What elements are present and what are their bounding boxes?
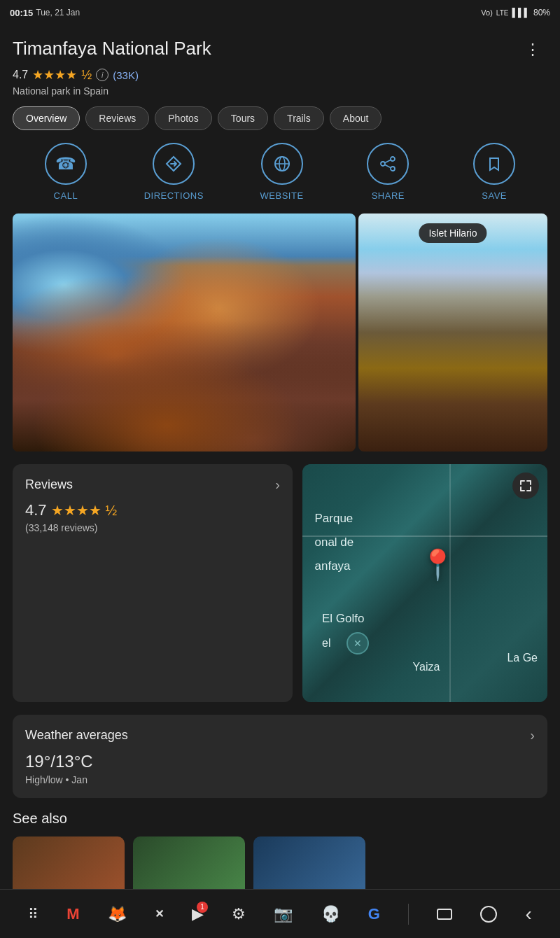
save-icon	[473, 143, 515, 185]
share-icon	[367, 143, 409, 185]
photo-gallery[interactable]: Islet Hilario	[13, 214, 547, 451]
svg-point-4	[391, 167, 395, 171]
photo-main-image	[13, 214, 356, 451]
photo-side[interactable]: Islet Hilario	[358, 214, 547, 451]
status-icons: Vo) LTE ▌▌▌ 80%	[481, 8, 550, 18]
rating-number: 4.7	[13, 69, 28, 81]
g-icon[interactable]: G	[368, 905, 380, 923]
lte-icon: LTE	[496, 9, 509, 17]
map-expand-button[interactable]	[512, 472, 539, 499]
status-time: 00:15	[10, 8, 33, 18]
weather-temp: 19°/13°C	[25, 752, 535, 771]
call-icon: ☎	[45, 143, 87, 185]
save-button[interactable]: SAVE	[466, 143, 522, 201]
actions-row: ☎ CALL DIRECTIONS WEBSITE	[13, 143, 547, 201]
apps-icon[interactable]: ⠿	[28, 906, 38, 923]
see-also-title: See also	[13, 811, 547, 827]
stars-icon: ★★★★	[32, 67, 77, 83]
home-icon[interactable]	[480, 906, 497, 923]
map-label-anfaya: anfaya	[315, 559, 351, 573]
recent-apps-icon[interactable]	[437, 909, 452, 920]
share-label: SHARE	[372, 190, 405, 201]
battery-icon: 80%	[533, 8, 550, 18]
info-icon[interactable]: i	[96, 69, 108, 81]
cards-section: Reviews › 4.7 ★★★★ ½ (33,148 reviews) 📍 …	[0, 464, 560, 798]
reviews-count: (33,148 reviews)	[25, 522, 280, 533]
bottom-navigation: ⠿ M 🦊 ✕ ▶ 1 ⚙ 📷 💀 G ‹	[0, 889, 560, 938]
weather-chevron-icon: ›	[530, 727, 535, 743]
reviews-card[interactable]: Reviews › 4.7 ★★★★ ½ (33,148 reviews)	[13, 464, 293, 702]
call-label: CALL	[54, 190, 78, 201]
weather-subtitle: High/low • Jan	[25, 774, 535, 785]
svg-line-7	[385, 165, 391, 168]
weather-card-header: Weather averages ›	[25, 727, 535, 743]
photo-tooltip: Islet Hilario	[419, 223, 486, 243]
photo-main[interactable]	[13, 214, 356, 451]
map-poi-icon: ✕	[346, 632, 369, 654]
svg-point-5	[381, 162, 385, 166]
playstore-container[interactable]: ▶ 1	[192, 905, 204, 923]
reviews-card-header: Reviews ›	[25, 477, 280, 493]
review-count[interactable]: (33K)	[113, 69, 139, 81]
signal-icon: Vo)	[481, 8, 493, 17]
gmail-icon[interactable]: M	[66, 905, 79, 923]
map-label-el-golfo: El Golfo	[322, 612, 364, 626]
main-content: Timanfaya National Park ⋮ 4.7 ★★★★½ i (3…	[0, 25, 560, 451]
reviews-half-star-icon: ½	[106, 503, 118, 519]
place-title: Timanfaya National Park	[13, 38, 519, 59]
map-card[interactable]: 📍 Parque onal de anfaya El Golfo La Ge Y…	[302, 464, 547, 702]
reviews-rating-num: 4.7	[25, 501, 47, 519]
tab-tours[interactable]: Tours	[218, 106, 268, 130]
place-type: National park in Spain	[13, 85, 547, 97]
status-bar: 00:15 Tue, 21 Jan Vo) LTE ▌▌▌ 80%	[0, 0, 560, 25]
firefox-icon[interactable]: 🦊	[108, 905, 127, 923]
tab-overview[interactable]: Overview	[13, 106, 80, 130]
map-label-onal-de: onal de	[315, 536, 354, 550]
tab-trails[interactable]: Trails	[274, 106, 324, 130]
wifi-bars-icon: ▌▌▌	[512, 8, 530, 18]
cards-row: Reviews › 4.7 ★★★★ ½ (33,148 reviews) 📍 …	[13, 464, 547, 702]
reviews-chevron-icon: ›	[275, 477, 280, 493]
tab-photos[interactable]: Photos	[155, 106, 212, 130]
weather-card[interactable]: Weather averages › 19°/13°C High/low • J…	[13, 715, 547, 798]
website-button[interactable]: WEBSITE	[254, 143, 310, 201]
reviews-stars-icon: ★★★★	[51, 502, 102, 519]
map-background: 📍 Parque onal de anfaya El Golfo La Ge Y…	[302, 464, 547, 702]
rating-row: 4.7 ★★★★½ i (33K)	[13, 67, 547, 83]
share-button[interactable]: SHARE	[360, 143, 416, 201]
x-icon[interactable]: ✕	[155, 907, 164, 920]
camera-icon[interactable]: 📷	[274, 905, 293, 923]
map-label-parque: Parque	[315, 512, 354, 526]
map-label-el: el	[322, 637, 330, 650]
half-star-icon: ½	[81, 68, 92, 83]
tab-reviews[interactable]: Reviews	[85, 106, 149, 130]
playstore-badge: 1	[197, 902, 208, 913]
more-options-button[interactable]: ⋮	[519, 38, 547, 62]
status-date: Tue, 21 Jan	[36, 8, 80, 18]
tab-about[interactable]: About	[330, 106, 382, 130]
settings-icon[interactable]: ⚙	[232, 905, 246, 923]
skull-icon[interactable]: 💀	[321, 905, 340, 923]
map-label-yaiza: Yaiza	[413, 661, 440, 673]
call-button[interactable]: ☎ CALL	[38, 143, 94, 201]
save-label: SAVE	[482, 190, 507, 201]
map-label-la-ge: La Ge	[507, 652, 538, 664]
reviews-card-title: Reviews	[25, 477, 73, 492]
tabs-row: Overview Reviews Photos Tours Trails Abo…	[13, 106, 547, 130]
back-icon[interactable]: ‹	[525, 903, 531, 925]
svg-point-3	[391, 157, 395, 161]
photo-side-image	[358, 214, 547, 451]
website-icon	[261, 143, 303, 185]
website-label: WEBSITE	[260, 190, 304, 201]
directions-button[interactable]: DIRECTIONS	[144, 143, 204, 201]
directions-label: DIRECTIONS	[144, 190, 204, 201]
svg-line-6	[385, 160, 391, 163]
nav-divider	[408, 904, 409, 925]
directions-icon	[153, 143, 195, 185]
weather-card-title: Weather averages	[25, 728, 128, 743]
map-pin-icon: 📍	[419, 547, 456, 581]
reviews-rating-row: 4.7 ★★★★ ½	[25, 501, 280, 519]
place-header: Timanfaya National Park ⋮	[13, 38, 547, 62]
